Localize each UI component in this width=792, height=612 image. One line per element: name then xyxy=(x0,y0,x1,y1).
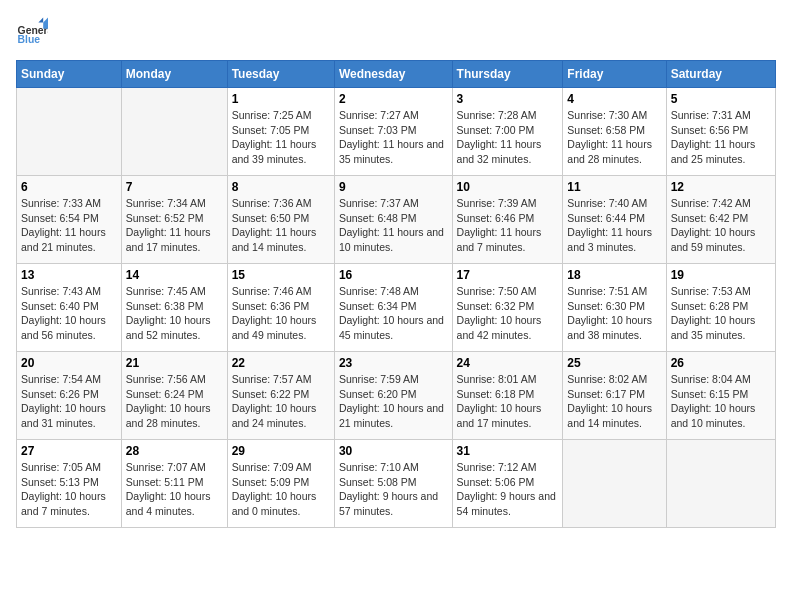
day-number: 15 xyxy=(232,268,330,282)
day-number: 10 xyxy=(457,180,559,194)
weekday-header-wednesday: Wednesday xyxy=(334,61,452,88)
calendar-cell xyxy=(17,88,122,176)
calendar-cell xyxy=(563,440,666,528)
calendar-cell: 20Sunrise: 7:54 AM Sunset: 6:26 PM Dayli… xyxy=(17,352,122,440)
day-info: Sunrise: 8:04 AM Sunset: 6:15 PM Dayligh… xyxy=(671,372,771,431)
day-number: 28 xyxy=(126,444,223,458)
calendar-cell: 2Sunrise: 7:27 AM Sunset: 7:03 PM Daylig… xyxy=(334,88,452,176)
day-info: Sunrise: 7:59 AM Sunset: 6:20 PM Dayligh… xyxy=(339,372,448,431)
calendar-cell: 12Sunrise: 7:42 AM Sunset: 6:42 PM Dayli… xyxy=(666,176,775,264)
day-number: 27 xyxy=(21,444,117,458)
calendar-week-1: 1Sunrise: 7:25 AM Sunset: 7:05 PM Daylig… xyxy=(17,88,776,176)
day-number: 19 xyxy=(671,268,771,282)
calendar-cell: 10Sunrise: 7:39 AM Sunset: 6:46 PM Dayli… xyxy=(452,176,563,264)
day-info: Sunrise: 7:31 AM Sunset: 6:56 PM Dayligh… xyxy=(671,108,771,167)
calendar-cell: 29Sunrise: 7:09 AM Sunset: 5:09 PM Dayli… xyxy=(227,440,334,528)
day-number: 4 xyxy=(567,92,661,106)
weekday-header-monday: Monday xyxy=(121,61,227,88)
calendar-cell xyxy=(121,88,227,176)
day-info: Sunrise: 7:45 AM Sunset: 6:38 PM Dayligh… xyxy=(126,284,223,343)
day-info: Sunrise: 7:53 AM Sunset: 6:28 PM Dayligh… xyxy=(671,284,771,343)
day-number: 13 xyxy=(21,268,117,282)
calendar-cell xyxy=(666,440,775,528)
calendar-cell: 7Sunrise: 7:34 AM Sunset: 6:52 PM Daylig… xyxy=(121,176,227,264)
day-number: 21 xyxy=(126,356,223,370)
day-number: 9 xyxy=(339,180,448,194)
day-info: Sunrise: 7:56 AM Sunset: 6:24 PM Dayligh… xyxy=(126,372,223,431)
day-info: Sunrise: 7:46 AM Sunset: 6:36 PM Dayligh… xyxy=(232,284,330,343)
weekday-header-saturday: Saturday xyxy=(666,61,775,88)
calendar-cell: 1Sunrise: 7:25 AM Sunset: 7:05 PM Daylig… xyxy=(227,88,334,176)
day-info: Sunrise: 7:10 AM Sunset: 5:08 PM Dayligh… xyxy=(339,460,448,519)
day-info: Sunrise: 7:57 AM Sunset: 6:22 PM Dayligh… xyxy=(232,372,330,431)
calendar-cell: 5Sunrise: 7:31 AM Sunset: 6:56 PM Daylig… xyxy=(666,88,775,176)
calendar-cell: 31Sunrise: 7:12 AM Sunset: 5:06 PM Dayli… xyxy=(452,440,563,528)
day-number: 8 xyxy=(232,180,330,194)
day-info: Sunrise: 7:09 AM Sunset: 5:09 PM Dayligh… xyxy=(232,460,330,519)
calendar-cell: 24Sunrise: 8:01 AM Sunset: 6:18 PM Dayli… xyxy=(452,352,563,440)
calendar-week-5: 27Sunrise: 7:05 AM Sunset: 5:13 PM Dayli… xyxy=(17,440,776,528)
logo: General Blue xyxy=(16,16,48,48)
day-number: 1 xyxy=(232,92,330,106)
weekday-header-friday: Friday xyxy=(563,61,666,88)
calendar-cell: 30Sunrise: 7:10 AM Sunset: 5:08 PM Dayli… xyxy=(334,440,452,528)
calendar-cell: 8Sunrise: 7:36 AM Sunset: 6:50 PM Daylig… xyxy=(227,176,334,264)
calendar-cell: 19Sunrise: 7:53 AM Sunset: 6:28 PM Dayli… xyxy=(666,264,775,352)
calendar-cell: 11Sunrise: 7:40 AM Sunset: 6:44 PM Dayli… xyxy=(563,176,666,264)
day-number: 20 xyxy=(21,356,117,370)
day-info: Sunrise: 8:01 AM Sunset: 6:18 PM Dayligh… xyxy=(457,372,559,431)
calendar-cell: 27Sunrise: 7:05 AM Sunset: 5:13 PM Dayli… xyxy=(17,440,122,528)
day-number: 14 xyxy=(126,268,223,282)
day-info: Sunrise: 7:37 AM Sunset: 6:48 PM Dayligh… xyxy=(339,196,448,255)
day-info: Sunrise: 7:27 AM Sunset: 7:03 PM Dayligh… xyxy=(339,108,448,167)
calendar-cell: 17Sunrise: 7:50 AM Sunset: 6:32 PM Dayli… xyxy=(452,264,563,352)
page-header: General Blue xyxy=(16,16,776,48)
calendar-cell: 15Sunrise: 7:46 AM Sunset: 6:36 PM Dayli… xyxy=(227,264,334,352)
svg-marker-2 xyxy=(43,18,48,29)
day-info: Sunrise: 7:39 AM Sunset: 6:46 PM Dayligh… xyxy=(457,196,559,255)
day-number: 25 xyxy=(567,356,661,370)
day-number: 5 xyxy=(671,92,771,106)
weekday-header-thursday: Thursday xyxy=(452,61,563,88)
day-info: Sunrise: 7:36 AM Sunset: 6:50 PM Dayligh… xyxy=(232,196,330,255)
day-number: 30 xyxy=(339,444,448,458)
weekday-header-sunday: Sunday xyxy=(17,61,122,88)
day-info: Sunrise: 7:54 AM Sunset: 6:26 PM Dayligh… xyxy=(21,372,117,431)
day-info: Sunrise: 7:30 AM Sunset: 6:58 PM Dayligh… xyxy=(567,108,661,167)
day-number: 12 xyxy=(671,180,771,194)
calendar-cell: 18Sunrise: 7:51 AM Sunset: 6:30 PM Dayli… xyxy=(563,264,666,352)
day-number: 2 xyxy=(339,92,448,106)
day-number: 24 xyxy=(457,356,559,370)
day-number: 26 xyxy=(671,356,771,370)
day-number: 3 xyxy=(457,92,559,106)
day-number: 11 xyxy=(567,180,661,194)
calendar-cell: 6Sunrise: 7:33 AM Sunset: 6:54 PM Daylig… xyxy=(17,176,122,264)
day-number: 6 xyxy=(21,180,117,194)
day-info: Sunrise: 7:48 AM Sunset: 6:34 PM Dayligh… xyxy=(339,284,448,343)
day-info: Sunrise: 7:28 AM Sunset: 7:00 PM Dayligh… xyxy=(457,108,559,167)
calendar-table: SundayMondayTuesdayWednesdayThursdayFrid… xyxy=(16,60,776,528)
calendar-cell: 28Sunrise: 7:07 AM Sunset: 5:11 PM Dayli… xyxy=(121,440,227,528)
day-number: 31 xyxy=(457,444,559,458)
day-info: Sunrise: 8:02 AM Sunset: 6:17 PM Dayligh… xyxy=(567,372,661,431)
day-number: 17 xyxy=(457,268,559,282)
calendar-cell: 26Sunrise: 8:04 AM Sunset: 6:15 PM Dayli… xyxy=(666,352,775,440)
day-info: Sunrise: 7:40 AM Sunset: 6:44 PM Dayligh… xyxy=(567,196,661,255)
day-number: 16 xyxy=(339,268,448,282)
svg-text:Blue: Blue xyxy=(18,34,41,45)
calendar-cell: 14Sunrise: 7:45 AM Sunset: 6:38 PM Dayli… xyxy=(121,264,227,352)
day-info: Sunrise: 7:33 AM Sunset: 6:54 PM Dayligh… xyxy=(21,196,117,255)
day-info: Sunrise: 7:05 AM Sunset: 5:13 PM Dayligh… xyxy=(21,460,117,519)
calendar-cell: 22Sunrise: 7:57 AM Sunset: 6:22 PM Dayli… xyxy=(227,352,334,440)
day-info: Sunrise: 7:43 AM Sunset: 6:40 PM Dayligh… xyxy=(21,284,117,343)
day-number: 18 xyxy=(567,268,661,282)
weekday-header-tuesday: Tuesday xyxy=(227,61,334,88)
svg-marker-3 xyxy=(38,18,43,23)
day-info: Sunrise: 7:07 AM Sunset: 5:11 PM Dayligh… xyxy=(126,460,223,519)
day-info: Sunrise: 7:42 AM Sunset: 6:42 PM Dayligh… xyxy=(671,196,771,255)
calendar-cell: 3Sunrise: 7:28 AM Sunset: 7:00 PM Daylig… xyxy=(452,88,563,176)
calendar-cell: 23Sunrise: 7:59 AM Sunset: 6:20 PM Dayli… xyxy=(334,352,452,440)
day-info: Sunrise: 7:34 AM Sunset: 6:52 PM Dayligh… xyxy=(126,196,223,255)
day-number: 23 xyxy=(339,356,448,370)
calendar-week-4: 20Sunrise: 7:54 AM Sunset: 6:26 PM Dayli… xyxy=(17,352,776,440)
